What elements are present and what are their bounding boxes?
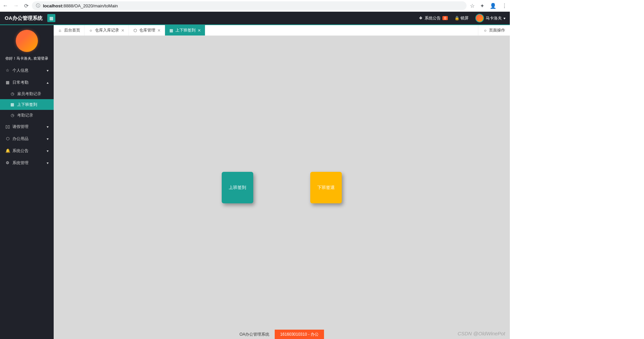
- tab-warehouse-in[interactable]: ○ 仓库入库记录 ✕: [85, 25, 129, 36]
- chevron-down-icon: ▾: [47, 69, 49, 72]
- sidebar-item-label: 请假管理: [12, 124, 29, 130]
- sidebar-item-label: 雇员考勤记录: [17, 91, 41, 96]
- sidebar-item-supplies[interactable]: ⬡办公用品 ▾: [0, 133, 54, 145]
- url-path: 8888/OA_2020/main/toMain: [63, 3, 118, 8]
- sidebar-item-label: 系统公告: [12, 148, 29, 154]
- circle-icon: ○: [483, 28, 487, 33]
- checkin-button-label: 上班签到: [229, 185, 246, 191]
- header-announcement[interactable]: ❖ 系统公告 0: [419, 15, 448, 21]
- clock-icon: ◷: [10, 113, 14, 118]
- profile-icon[interactable]: 👤: [490, 3, 496, 9]
- tab-label: 仓库入库记录: [95, 27, 119, 33]
- sidebar-item-attendance[interactable]: ▦日常考勤 ▴: [0, 76, 54, 88]
- avatar-large[interactable]: [16, 30, 38, 52]
- back-button[interactable]: ←: [3, 3, 8, 9]
- grid-icon: ▦: [169, 28, 173, 33]
- close-icon[interactable]: ✕: [121, 28, 124, 33]
- announcement-label: 系统公告: [425, 15, 441, 21]
- forward-button[interactable]: →: [13, 3, 19, 9]
- sidebar-subitem-checkin[interactable]: ▦上下班签到: [0, 99, 54, 110]
- footer-title: OA办公管理系统: [239, 332, 269, 337]
- clock-icon: ◷: [10, 91, 14, 96]
- chevron-down-icon: ▾: [47, 125, 49, 129]
- tab-label: 后台首页: [64, 27, 80, 33]
- checkout-button[interactable]: 下班签退: [310, 172, 342, 203]
- header-user[interactable]: 马卡洛夫 ▾: [475, 14, 505, 22]
- chevron-down-icon: ▾: [47, 161, 49, 165]
- checkout-button-label: 下班签退: [317, 185, 335, 191]
- home-icon: ⌂: [58, 28, 62, 33]
- chevron-down-icon: ▾: [503, 16, 505, 20]
- apps-grid-icon[interactable]: ▦: [47, 14, 55, 22]
- tab-warehouse-mgmt[interactable]: ⬡ 仓库管理 ✕: [129, 25, 165, 36]
- sidebar-item-leave[interactable]: ▯▯请假管理 ▾: [0, 121, 54, 133]
- menu-icon[interactable]: ⋮: [502, 3, 507, 9]
- calendar-icon: ▦: [5, 80, 10, 85]
- site-info-icon: ⓘ: [36, 3, 40, 9]
- content-pane: 上班签到 下班签退 OA办公管理系统 161603010310 - 办公 CSD…: [54, 36, 510, 339]
- lock-icon: 🔒: [454, 16, 459, 20]
- bell-icon: 🔔: [5, 148, 10, 153]
- pause-icon: ▯▯: [5, 124, 10, 129]
- tab-checkin[interactable]: ▦ 上下班签到 ✕: [165, 25, 205, 36]
- tab-label: 上下班签到: [175, 27, 196, 33]
- sidebar-item-label: 考勤记录: [17, 113, 33, 118]
- sidebar-item-label: 日常考勤: [12, 80, 29, 85]
- footer-badge: 161603010310 - 办公: [275, 330, 324, 339]
- watermark: CSDN @OldWinePot: [458, 331, 505, 336]
- bookmark-icon[interactable]: ☆: [470, 3, 475, 9]
- header-lock[interactable]: 🔒 锁屏: [454, 15, 469, 21]
- announcement-icon: ❖: [419, 16, 423, 20]
- sidebar-item-personal[interactable]: ☆个人信息 ▾: [0, 64, 54, 76]
- sidebar: 你好！马卡洛夫, 欢迎登录 ☆个人信息 ▾ ▦日常考勤 ▴ ◷雇员考勤记录 ▦上…: [0, 25, 54, 339]
- chevron-up-icon: ▴: [47, 81, 49, 84]
- page-ops-label: 页面操作: [489, 27, 505, 33]
- welcome-text: 你好！马卡洛夫, 欢迎登录: [0, 56, 54, 61]
- sidebar-subitem-records[interactable]: ◷雇员考勤记录: [0, 88, 54, 99]
- close-icon[interactable]: ✕: [198, 28, 201, 33]
- circle-icon: ○: [89, 28, 93, 33]
- sidebar-item-label: 个人信息: [12, 68, 29, 73]
- chevron-down-icon: ▾: [47, 149, 49, 153]
- tab-home[interactable]: ⌂ 后台首页: [54, 25, 85, 36]
- cube-icon: ⬡: [5, 136, 10, 141]
- lock-label: 锁屏: [461, 15, 469, 21]
- chevron-down-icon: ▾: [47, 137, 49, 141]
- tab-label: 仓库管理: [139, 27, 155, 33]
- avatar: [475, 14, 484, 22]
- gear-icon: ⚙: [5, 160, 10, 165]
- checkin-button[interactable]: 上班签到: [222, 172, 253, 203]
- sidebar-user-section: 你好！马卡洛夫, 欢迎登录: [0, 25, 54, 64]
- tab-bar: ⌂ 后台首页 ○ 仓库入库记录 ✕ ⬡ 仓库管理 ✕ ▦ 上下班签到 ✕ ○ 页…: [54, 25, 510, 36]
- cube-icon: ⬡: [133, 28, 137, 33]
- sidebar-item-label: 上下班签到: [17, 102, 37, 107]
- sidebar-subitem-log[interactable]: ◷考勤记录: [0, 110, 54, 121]
- app-header: OA办公管理系统 ▦ ❖ 系统公告 0 🔒 锁屏 马卡洛夫 ▾: [0, 12, 510, 25]
- sidebar-item-notice[interactable]: 🔔系统公告 ▾: [0, 145, 54, 157]
- footer: OA办公管理系统 161603010310 - 办公: [54, 330, 510, 339]
- app-title: OA办公管理系统: [5, 15, 43, 21]
- page-operations[interactable]: ○ 页面操作: [478, 25, 510, 36]
- url-host: localhost:: [43, 3, 63, 8]
- sidebar-item-label: 办公用品: [12, 136, 29, 142]
- browser-toolbar: ← → ⟳ ⓘ localhost:8888/OA_2020/main/toMa…: [0, 0, 510, 12]
- grid-icon: ▦: [10, 102, 14, 107]
- address-bar[interactable]: ⓘ localhost:8888/OA_2020/main/toMain: [32, 1, 467, 10]
- announcement-badge: 0: [442, 16, 448, 20]
- username: 马卡洛夫: [486, 15, 502, 21]
- main-area: ⌂ 后台首页 ○ 仓库入库记录 ✕ ⬡ 仓库管理 ✕ ▦ 上下班签到 ✕ ○ 页…: [54, 25, 510, 339]
- close-icon[interactable]: ✕: [157, 28, 161, 33]
- extensions-icon[interactable]: ✦: [480, 3, 484, 9]
- sidebar-item-label: 系统管理: [12, 160, 29, 166]
- star-icon: ☆: [5, 68, 10, 73]
- sidebar-item-system[interactable]: ⚙系统管理 ▾: [0, 157, 54, 169]
- reload-button[interactable]: ⟳: [24, 3, 29, 9]
